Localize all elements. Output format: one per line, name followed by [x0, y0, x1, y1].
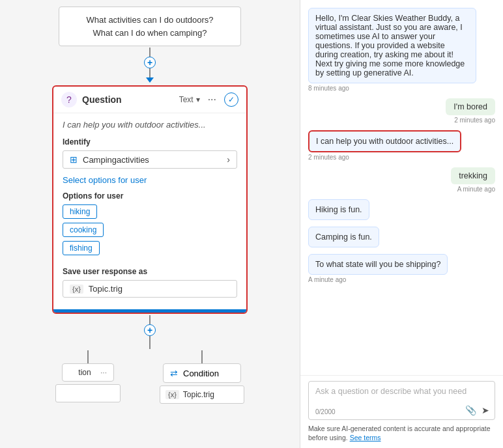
- identify-label: Identify: [63, 137, 237, 147]
- identify-value: Campingactivities: [83, 155, 222, 165]
- add-node-bottom-button[interactable]: +: [144, 324, 156, 336]
- question-icon: ?: [61, 92, 77, 107]
- user-bubble-2: trekking: [451, 167, 495, 184]
- bot-text-2: I can help you with outdoor activities..…: [316, 137, 453, 146]
- chat-messages: Hello, I'm Clear Skies Weather Buddy, a …: [300, 0, 503, 375]
- option-chip-hiking[interactable]: hiking: [63, 204, 97, 219]
- chat-panel: Hello, I'm Clear Skies Weather Buddy, a …: [300, 0, 503, 448]
- see-terms-link[interactable]: See terms: [350, 434, 381, 441]
- bot-bubble-simple-2: Camping is fun.: [308, 227, 379, 247]
- more-options-button[interactable]: ···: [205, 94, 219, 105]
- bot-simple-text-3: To what state will you be shipping?: [315, 260, 440, 269]
- connector-bottom: +: [144, 315, 156, 349]
- options-section: Options for user hiking cooking fishing: [63, 191, 237, 259]
- table-icon: ⊞: [70, 154, 78, 165]
- bot-simple-3: To what state will you be shipping? A mi…: [308, 254, 495, 283]
- bot-simple-1: Hiking is fun.: [308, 199, 495, 220]
- bot-bubble-simple-1: Hiking is fun.: [308, 199, 369, 220]
- save-response-input[interactable]: {x} Topic.trig: [63, 280, 237, 298]
- options-label: Options for user: [63, 191, 237, 201]
- trigger-node: What activities can I do outdoors? What …: [59, 7, 241, 46]
- save-response-section: Save user response as {x} Topic.trig: [63, 267, 237, 298]
- card-title: Question: [82, 94, 174, 105]
- chat-input-container: Ask a question or describe what you need…: [308, 381, 495, 420]
- user-text-2: trekking: [459, 171, 487, 180]
- trigger-line2: What can I do when camping?: [93, 28, 207, 38]
- save-var-value: Topic.trig: [89, 284, 122, 294]
- add-node-button[interactable]: +: [144, 57, 156, 68]
- bot-timestamp-3: A minute ago: [308, 276, 346, 283]
- card-body: I can help you with outdoor activities..…: [53, 113, 246, 309]
- attach-icon[interactable]: 📎: [465, 405, 476, 415]
- user-message-1: I'm bored 2 minutes ago: [308, 98, 495, 124]
- partial-label-left: tion: [78, 368, 91, 377]
- bot-timestamp-1: 8 minutes ago: [308, 85, 349, 92]
- condition-title: Condition: [183, 369, 219, 378]
- card-type-label: Text: [179, 95, 194, 104]
- chat-input-count: 0/2000: [315, 408, 336, 415]
- condition-var-tag: {x}: [165, 390, 179, 399]
- left-branch: tion ···: [55, 350, 121, 402]
- option-chip-fishing[interactable]: fishing: [63, 241, 100, 255]
- bot-simple-text-2: Camping is fun.: [315, 232, 372, 242]
- bot-bubble-1: Hello, I'm Clear Skies Weather Buddy, a …: [308, 8, 476, 83]
- bot-message-2: I can help you with outdoor activities..…: [308, 130, 495, 161]
- more-dots-left[interactable]: ···: [100, 368, 107, 377]
- disclaimer-text: Make sure AI-generated content is accura…: [308, 425, 491, 442]
- send-icon[interactable]: ➤: [481, 405, 489, 415]
- chevron-down-icon: ▾: [196, 95, 200, 104]
- select-options-link[interactable]: Select options for user: [63, 175, 237, 185]
- partial-node-left: tion ···: [62, 363, 114, 382]
- bot-timestamp-2: 2 minutes ago: [308, 154, 349, 161]
- bot-message-1: Hello, I'm Clear Skies Weather Buddy, a …: [308, 8, 495, 92]
- bot-simple-text-1: Hiking is fun.: [315, 205, 362, 214]
- condition-sub: {x} Topic.trig: [160, 385, 244, 404]
- condition-icon: ⇄: [170, 368, 178, 378]
- user-timestamp-1: 2 minutes ago: [454, 117, 495, 124]
- canvas-panel: What activities can I do outdoors? What …: [0, 0, 300, 448]
- collapse-button[interactable]: ✓: [224, 92, 238, 107]
- user-timestamp-2: A minute ago: [457, 186, 495, 193]
- condition-var: Topic.trig: [183, 390, 214, 399]
- user-message-2: trekking A minute ago: [308, 167, 495, 193]
- bot-text-1: Hello, I'm Clear Skies Weather Buddy, a …: [315, 14, 465, 77]
- arrow-down: [146, 77, 154, 83]
- connector-top: +: [144, 48, 156, 83]
- question-card: ? Question Text ▾ ··· ✓ I can help you w…: [52, 85, 248, 314]
- user-bubble-1: I'm bored: [446, 98, 495, 115]
- user-text-1: I'm bored: [453, 102, 487, 111]
- condition-node: ⇄ Condition: [163, 363, 241, 383]
- bottom-nodes: tion ··· ⇄ Condition {x} Topic.trig: [55, 350, 244, 404]
- partial-sub-left: [55, 384, 121, 402]
- chat-disclaimer: Make sure AI-generated content is accura…: [308, 424, 495, 443]
- save-label: Save user response as: [63, 267, 237, 276]
- chat-input-actions: 📎 ➤: [465, 405, 489, 415]
- chat-footer: Ask a question or describe what you need…: [300, 375, 503, 448]
- bot-bubble-simple-3: To what state will you be shipping?: [308, 254, 448, 275]
- option-chip-cooking[interactable]: cooking: [63, 223, 104, 237]
- message-preview: I can help you with outdoor activities..…: [63, 120, 237, 130]
- card-footer-bar: [53, 309, 246, 313]
- condition-branch: ⇄ Condition {x} Topic.trig: [160, 350, 244, 404]
- card-type-selector[interactable]: Text ▾: [179, 95, 200, 104]
- trigger-line1: What activities can I do outdoors?: [86, 15, 213, 25]
- bot-bubble-2-highlighted: I can help you with outdoor activities..…: [308, 130, 461, 152]
- card-header: ? Question Text ▾ ··· ✓: [53, 87, 246, 113]
- bot-simple-2: Camping is fun.: [308, 227, 495, 247]
- identify-row[interactable]: ⊞ Campingactivities ›: [63, 150, 237, 169]
- var-tag: {x}: [70, 285, 83, 294]
- chevron-right-icon: ›: [227, 154, 230, 165]
